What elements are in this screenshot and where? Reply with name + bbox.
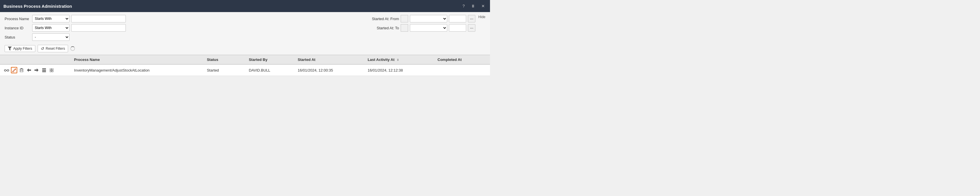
svg-marker-0 [8, 46, 12, 51]
started-to-time-input[interactable] [449, 24, 466, 32]
filter-panel: Process Name Starts With Contains Equals… [0, 12, 490, 55]
started-to-select[interactable] [410, 24, 447, 32]
started-from-calendar-btn[interactable]: ··· [468, 15, 475, 22]
svg-rect-25 [52, 70, 53, 72]
instance-id-filter-row: Instance ID Starts With Contains Equals … [5, 24, 364, 32]
filter-icon [8, 46, 12, 51]
filter-actions: Apply Filters ↺ Reset Filters [5, 45, 485, 52]
edit-icon[interactable] [11, 67, 17, 73]
svg-rect-16 [29, 70, 31, 71]
started-from-color-picker[interactable] [401, 15, 408, 22]
pause-button[interactable]: ⏸ [469, 3, 477, 9]
apply-filters-button[interactable]: Apply Filters [5, 45, 35, 52]
row-actions [3, 67, 67, 73]
date-filter-section: Started At: From ··· Started At: To [364, 15, 475, 32]
svg-rect-8 [20, 69, 23, 72]
process-name-filter-row: Process Name Starts With Contains Equals… [5, 15, 364, 22]
cell-started-at: 16/01/2024, 12:00:35 [294, 64, 364, 76]
started-to-calendar-btn[interactable]: ··· [468, 24, 475, 32]
svg-point-2 [7, 70, 9, 71]
back-icon[interactable] [26, 67, 32, 73]
cell-last-activity: 16/01/2024, 12:12:38 [364, 64, 434, 76]
svg-rect-22 [50, 69, 51, 70]
table-header: Process Name Status Started By Started A… [0, 55, 490, 65]
diagram-icon[interactable] [41, 67, 47, 73]
svg-rect-23 [52, 69, 53, 70]
help-button[interactable]: ? [461, 3, 466, 9]
sort-icon-last-activity: ⇕ [397, 58, 399, 62]
view-icon[interactable] [3, 67, 10, 73]
instance-id-label: Instance ID [5, 26, 30, 30]
instance-id-input[interactable] [71, 24, 126, 32]
started-from-row: Started At: From ··· [364, 15, 475, 22]
cell-completed-at [434, 64, 490, 76]
title-bar-controls: ? ⏸ ✕ [461, 3, 487, 9]
svg-line-4 [9, 70, 9, 70]
loading-spinner [70, 46, 75, 51]
instance-id-operator[interactable]: Starts With Contains Equals Ends With [32, 24, 70, 32]
row-actions-cell [0, 64, 71, 76]
reset-filters-button[interactable]: ↺ Reset Filters [38, 45, 68, 52]
process-name-label: Process Name [5, 17, 30, 21]
process-table: Process Name Status Started By Started A… [0, 55, 490, 76]
svg-marker-17 [37, 69, 38, 72]
status-select[interactable]: - Started Completed Failed [32, 33, 70, 41]
chart-icon[interactable] [48, 67, 54, 73]
cell-started-by: DAVID.BULL [245, 64, 294, 76]
title-bar: Business Process Administration ? ⏸ ✕ [0, 0, 490, 12]
table-body: InventoryManagement/AdjustStockAtLocatio… [0, 64, 490, 76]
svg-rect-18 [35, 70, 37, 71]
started-to-color-picker[interactable] [401, 24, 408, 32]
svg-rect-24 [50, 70, 51, 72]
status-label: Status [5, 35, 30, 39]
col-header-actions [0, 55, 71, 65]
started-to-row: Started At: To ··· [364, 24, 475, 32]
svg-rect-20 [42, 70, 46, 71]
col-header-status: Status [204, 55, 245, 65]
started-from-select[interactable] [410, 15, 447, 22]
close-button[interactable]: ✕ [480, 3, 487, 9]
status-filter-row: Status - Started Completed Failed [5, 33, 364, 41]
col-header-process-name: Process Name [71, 55, 204, 65]
svg-rect-21 [42, 71, 46, 72]
cell-process-name: InventoryManagement/AdjustStockAtLocatio… [71, 64, 204, 76]
svg-marker-15 [27, 69, 29, 72]
svg-rect-19 [42, 69, 46, 69]
started-to-label: Started At: To [364, 26, 399, 30]
svg-point-1 [5, 70, 6, 71]
forward-icon[interactable] [33, 67, 40, 73]
delete-icon[interactable] [18, 67, 25, 73]
col-header-completed-at: Completed At [434, 55, 490, 65]
data-table-container: Process Name Status Started By Started A… [0, 55, 490, 76]
hide-button[interactable]: Hide [478, 15, 485, 19]
app-title: Business Process Administration [3, 4, 72, 9]
started-from-time-input[interactable] [449, 15, 466, 22]
started-from-label: Started At: From [364, 17, 399, 21]
col-header-last-activity[interactable]: Last Activity At ⇕ [364, 55, 434, 65]
col-header-started-at: Started At [294, 55, 364, 65]
process-name-operator[interactable]: Starts With Contains Equals Ends With [32, 15, 70, 22]
table-row: InventoryManagement/AdjustStockAtLocatio… [0, 64, 490, 76]
reset-icon: ↺ [41, 46, 44, 51]
col-header-started-by: Started By [245, 55, 294, 65]
process-name-input[interactable] [71, 15, 126, 22]
right-filter-area: Started At: From ··· Started At: To [364, 15, 485, 32]
cell-status: Started [204, 64, 245, 76]
